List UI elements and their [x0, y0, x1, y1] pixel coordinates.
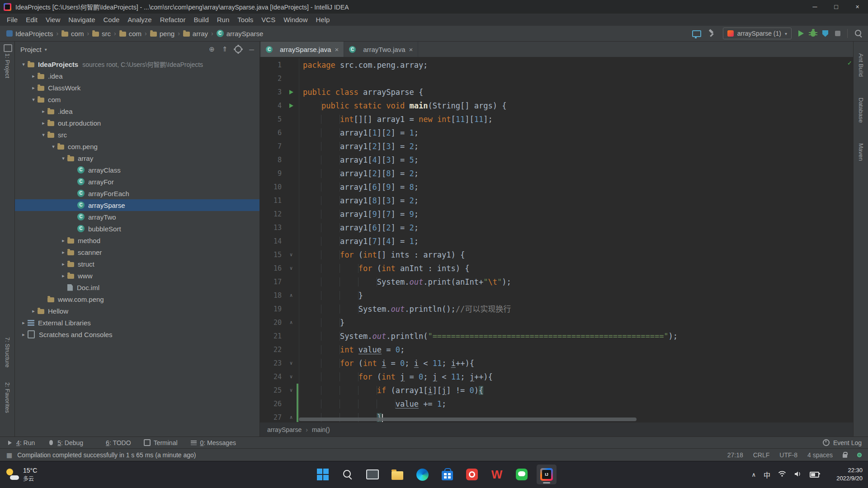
code-text[interactable]: if (array1[i][j] != 0){	[299, 384, 846, 397]
tray-overflow-chevron-icon[interactable]: ∧	[751, 471, 756, 478]
tree-item-src[interactable]: ▾src	[15, 129, 259, 141]
breadcrumb-item-com[interactable]: com	[61, 30, 85, 38]
code-text[interactable]: array1[8][3] = 2;	[299, 194, 846, 207]
toolwindow-terminal[interactable]: Terminal	[144, 439, 178, 446]
indicator-icon[interactable]	[857, 453, 862, 457]
debug-button[interactable]	[811, 30, 816, 37]
tree-chevron-icon[interactable]: ▸	[39, 120, 47, 126]
run-line-icon[interactable]	[286, 85, 297, 99]
fold-icon[interactable]: ∨	[286, 384, 297, 397]
tree-chevron-icon[interactable]: ▸	[29, 308, 38, 314]
editor-breadcrumb-main[interactable]: main()	[312, 426, 330, 433]
weather-widget[interactable]: 15°C 多云	[5, 465, 37, 484]
tree-chevron-icon[interactable]: ▾	[59, 155, 67, 161]
breadcrumb-item-arraysparse[interactable]: CarraySparse	[216, 30, 264, 38]
taskbar-app-file-explorer[interactable]	[387, 465, 407, 484]
fold-icon[interactable]: ∧	[286, 289, 297, 302]
code-text[interactable]: System.out.println("====================…	[299, 329, 846, 343]
tree-item-scanner[interactable]: ▸scanner	[15, 246, 259, 258]
toolwindow-debug[interactable]: 5: Debug	[47, 439, 83, 446]
tree-item-arrayclass[interactable]: CarrayClass	[15, 164, 259, 176]
menu-code[interactable]: Code	[99, 14, 123, 26]
tree-item-array[interactable]: ▾array	[15, 152, 259, 164]
tree-item-www[interactable]: ▸www	[15, 270, 259, 282]
wifi-icon[interactable]	[778, 470, 786, 479]
minimize-button[interactable]: ─	[804, 0, 826, 14]
code-text[interactable]: public static void main(String[] args) {	[299, 99, 846, 113]
taskbar-app-idea[interactable]	[537, 465, 557, 484]
tree-chevron-icon[interactable]: ▸	[29, 85, 38, 91]
code-text[interactable]: for (int j = 0; j < 11; j++){	[299, 370, 846, 384]
tree-item-www-com-peng[interactable]: www.com.peng	[15, 293, 259, 305]
taskbar-app-wps[interactable]: W	[487, 465, 507, 484]
tree-chevron-icon[interactable]: ▸	[19, 320, 28, 326]
tool-window-switcher-icon[interactable]: ▦	[6, 451, 12, 459]
run-configuration-dropdown[interactable]: arraySparse (1) ▾	[723, 28, 792, 39]
project-panel-title[interactable]: Project ▾	[20, 46, 47, 53]
locate-file-button[interactable]: ⊕	[209, 45, 215, 53]
fold-icon[interactable]: ∨	[286, 370, 297, 384]
preview-icon[interactable]	[692, 30, 701, 37]
fold-icon[interactable]: ∨	[286, 357, 297, 370]
code-text[interactable]: array1[4][3] = 5;	[299, 153, 846, 167]
breadcrumb-item-src[interactable]: src	[91, 30, 112, 38]
tree-chevron-icon[interactable]: ▸	[29, 73, 38, 79]
tree-item-arrayforeach[interactable]: CarrayForEach	[15, 188, 259, 199]
tree-item-com-peng[interactable]: ▾com.peng	[15, 141, 259, 152]
tree-item-hellow[interactable]: ▸Hellow	[15, 305, 259, 317]
tree-item-method[interactable]: ▸method	[15, 235, 259, 246]
taskbar-app-window-app[interactable]	[363, 465, 382, 484]
tree-item-arraysparse[interactable]: CarraySparse	[15, 199, 259, 211]
tree-item-struct[interactable]: ▸struct	[15, 258, 259, 270]
tool-window-icon[interactable]	[4, 44, 12, 52]
menu-file[interactable]: File	[3, 14, 22, 26]
toolwindow-messages[interactable]: 0: Messages	[190, 439, 236, 446]
tree-chevron-icon[interactable]: ▾	[29, 97, 38, 103]
event-log-button[interactable]: Event Log	[823, 439, 862, 446]
coverage-button[interactable]	[822, 30, 828, 37]
menu-vcs[interactable]: VCS	[257, 14, 279, 26]
tree-chevron-icon[interactable]: ▾	[49, 144, 57, 150]
code-text[interactable]: System.out.println();//可以实现换行	[299, 302, 846, 316]
code-text[interactable]: System.out.print(anInt+"\t");	[299, 275, 846, 289]
tree-item-idea[interactable]: ▸.idea	[15, 105, 259, 117]
tree-item-out-production[interactable]: ▸out.production	[15, 117, 259, 129]
toolwindow-todo[interactable]: 6: TODO	[96, 439, 131, 446]
ime-indicator[interactable]: 中	[764, 470, 770, 479]
menu-help[interactable]: Help	[312, 14, 334, 26]
code-text[interactable]: for (int[] ints : array1) {	[299, 248, 846, 262]
code-text[interactable]: }	[299, 289, 846, 302]
caret-position[interactable]: 27:18	[727, 451, 743, 459]
run-button[interactable]	[798, 30, 804, 37]
horizontal-scrollbar-thumb[interactable]	[299, 418, 637, 421]
taskbar-app-wechat[interactable]	[512, 465, 532, 484]
taskbar-app-red-app[interactable]	[462, 465, 482, 484]
tree-chevron-icon[interactable]: ▸	[59, 273, 67, 279]
toolstrip-structure-button[interactable]: 7: Structure	[4, 337, 11, 367]
code-text[interactable]: array1[2][3] = 2;	[299, 140, 846, 153]
fold-icon[interactable]: ∨	[286, 248, 297, 262]
code-text[interactable]: array1[9][7] = 9;	[299, 207, 846, 221]
toolstrip-favorites-button[interactable]: 2: Favorites	[4, 382, 11, 413]
toolstrip-project-button[interactable]: 1: Project	[4, 53, 11, 78]
code-text[interactable]: int value = 0;	[299, 343, 846, 357]
tree-chevron-icon[interactable]: ▾	[19, 61, 28, 67]
tab-arraysparse-java[interactable]: CarraySparse.java×	[261, 42, 344, 57]
tab-arraytwo-java[interactable]: CarrayTwo.java×	[344, 42, 418, 57]
code-text[interactable]: array1[6][9] = 8;	[299, 180, 846, 194]
tree-chevron-icon[interactable]: ▾	[39, 132, 47, 138]
code-text[interactable]: array1[6][2] = 2;	[299, 221, 846, 235]
code-text[interactable]: array1[7][4] = 1;	[299, 235, 846, 248]
menu-analyze[interactable]: Analyze	[123, 14, 156, 26]
menu-window[interactable]: Window	[279, 14, 311, 26]
taskbar-app-edge[interactable]	[412, 465, 432, 484]
tree-item-doc-iml[interactable]: Doc.iml	[15, 282, 259, 293]
code-text[interactable]: array1[2][8] = 2;	[299, 167, 846, 180]
editor-breadcrumb-arraysparse[interactable]: arraySparse	[267, 426, 302, 433]
indent-setting[interactable]: 4 spaces	[807, 451, 833, 459]
code-text[interactable]: value += 1;	[299, 397, 846, 411]
toolstrip-ant-build-button[interactable]: Ant Build	[858, 53, 864, 77]
run-line-icon[interactable]	[286, 99, 297, 113]
tree-item-scratches-and-consoles[interactable]: ▸Scratches and Consoles	[15, 328, 259, 340]
menu-view[interactable]: View	[42, 14, 64, 26]
